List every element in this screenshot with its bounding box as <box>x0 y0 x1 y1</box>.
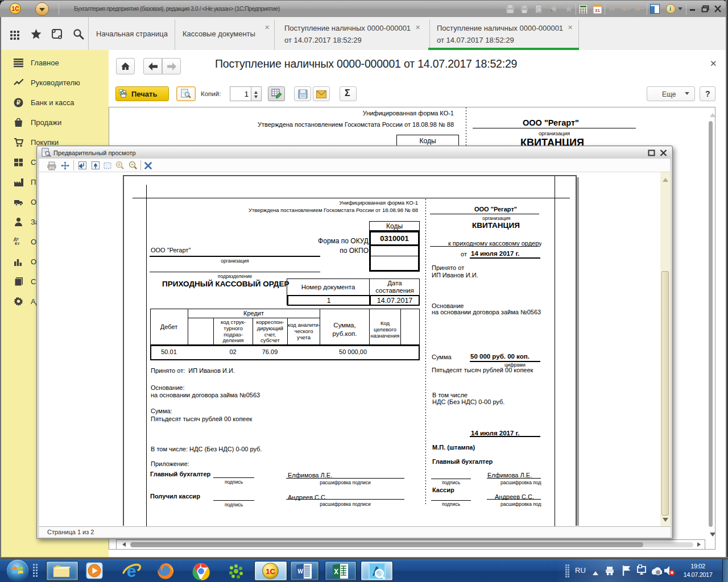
svg-text:31: 31 <box>595 8 600 13</box>
svg-text:₽: ₽ <box>16 99 20 106</box>
